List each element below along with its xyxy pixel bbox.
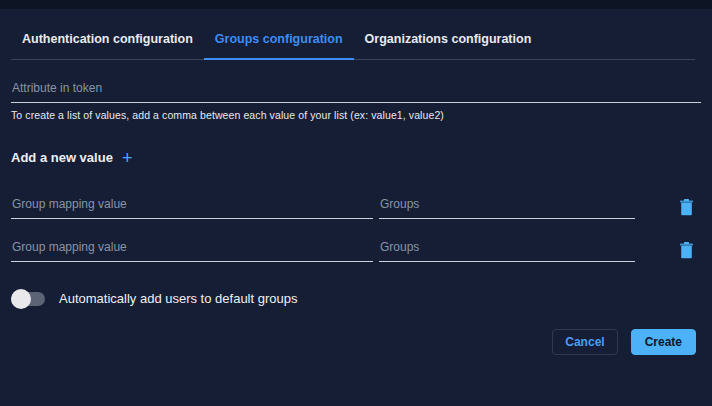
group-mapping-row <box>11 234 701 262</box>
delete-row-button[interactable] <box>679 242 694 262</box>
attribute-helper-text: To create a list of values, add a comma … <box>11 109 701 121</box>
toggle-knob <box>11 289 31 309</box>
delete-row-button[interactable] <box>679 199 694 219</box>
toggle-label: Automatically add users to default group… <box>59 291 297 306</box>
top-strip <box>0 0 712 9</box>
groups-input[interactable] <box>379 191 635 219</box>
attribute-in-token-input[interactable] <box>11 75 701 103</box>
default-groups-toggle-row: Automatically add users to default group… <box>11 291 701 306</box>
group-mapping-row <box>11 191 701 219</box>
configuration-tabs: Authentication configuration Groups conf… <box>11 32 695 60</box>
add-value-section: Add a new value + <box>11 150 701 165</box>
plus-icon[interactable]: + <box>122 151 133 165</box>
groups-input[interactable] <box>379 234 635 262</box>
group-mapping-value-input[interactable] <box>11 191 373 219</box>
footer-actions: Cancel Create <box>11 329 701 355</box>
tab-authentication-configuration[interactable]: Authentication configuration <box>11 32 204 59</box>
add-value-label: Add a new value <box>11 150 113 165</box>
cancel-button[interactable]: Cancel <box>552 329 617 355</box>
group-mapping-value-input[interactable] <box>11 234 373 262</box>
group-mapping-rows <box>11 191 701 262</box>
create-button[interactable]: Create <box>631 329 696 355</box>
groups-configuration-panel: Authentication configuration Groups conf… <box>0 32 712 355</box>
trash-icon <box>679 204 694 219</box>
tab-organizations-configuration[interactable]: Organizations configuration <box>354 32 543 59</box>
auto-add-users-toggle[interactable] <box>11 292 45 306</box>
tab-groups-configuration[interactable]: Groups configuration <box>204 32 354 60</box>
trash-icon <box>679 247 694 262</box>
